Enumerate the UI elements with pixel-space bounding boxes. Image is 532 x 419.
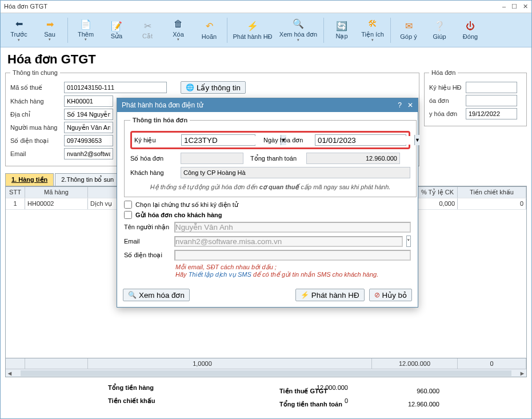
recv-label: Tên người nhận: [124, 224, 171, 231]
cut-icon: ✂: [142, 20, 153, 31]
modal-sym-label: Ký hiệu: [134, 137, 178, 144]
customer-input[interactable]: [64, 95, 113, 107]
modal-date-label: Ngày hóa đơn: [263, 137, 311, 144]
checkbox-reselect-cert[interactable]: [124, 201, 132, 209]
tax-input[interactable]: [64, 82, 167, 93]
address-label: Địa chỉ: [10, 111, 62, 118]
phone-input[interactable]: [64, 135, 113, 146]
doc-plus-icon: 📄: [80, 18, 91, 30]
arrow-right-icon: ➡: [44, 18, 55, 30]
view-invoice-button[interactable]: 🔍Xem hóa đơn▾: [276, 15, 321, 45]
tab-goods[interactable]: 1. Hàng tiền: [5, 173, 54, 186]
inv-date-label: y hóa đơn: [429, 110, 463, 118]
close-window-icon[interactable]: ✕: [523, 3, 528, 10]
note-sms: Hãy Thiết lập dịch vụ SMS để có thể gửi …: [175, 271, 411, 278]
scroll-left-icon[interactable]: ◄: [6, 370, 14, 377]
close-button[interactable]: ⏻Đóng: [455, 15, 485, 45]
modal-phone-label: Số điện thoại: [124, 252, 171, 259]
col-disc[interactable]: Tiền chiết khấu: [458, 187, 526, 198]
reload-button[interactable]: 🔄Nạp: [327, 15, 357, 45]
help-button[interactable]: ❔Giúp: [425, 15, 454, 45]
modal-cust-value: Công ty CP Hoàng Hà: [181, 167, 410, 178]
inv-no-input[interactable]: [466, 95, 517, 106]
undo-icon: ↶: [203, 21, 215, 32]
undo-button[interactable]: ↶Hoãn: [194, 15, 224, 45]
doc-search-icon: 🔍: [128, 291, 137, 299]
mail-icon: ✉: [403, 21, 414, 32]
cancel-icon: ⊘: [374, 291, 380, 299]
scroll-right-icon[interactable]: ►: [518, 370, 526, 377]
modal-cancel-button[interactable]: ⊘Hủy bỏ: [369, 289, 412, 301]
tab-extra[interactable]: 2.Thông tin bổ sun: [55, 173, 120, 186]
doc-edit-icon: 📝: [111, 20, 122, 31]
chevron-down-icon[interactable]: ▼: [414, 135, 420, 145]
modal-email-input[interactable]: [174, 236, 403, 247]
next-button[interactable]: ➡Sau▾: [35, 15, 65, 45]
general-legend: Thông tin chung: [10, 69, 60, 76]
highlighted-row: Ký hiệu ▼ Ngày hóa đơn ▼: [130, 131, 410, 149]
utility-button[interactable]: 🛠Tiện ích▾: [358, 15, 387, 45]
buyer-input[interactable]: [64, 122, 113, 133]
col-code[interactable]: Mã hàng: [25, 187, 88, 198]
footer-qty: 1,0000: [88, 358, 372, 369]
prev-button[interactable]: ⬅Trước▾: [4, 15, 34, 45]
minimize-icon[interactable]: –: [502, 3, 506, 10]
modal-hint: Hệ thống sẽ tự động gửi hóa đơn đến cơ q…: [130, 181, 410, 192]
modal-issue-button[interactable]: ⚡Phát hành HĐ: [295, 289, 365, 301]
modal-view-button[interactable]: 🔍Xem hóa đơn: [123, 289, 190, 301]
modal-legend: Thông tin hóa đơn: [130, 117, 190, 124]
email-input[interactable]: [64, 148, 113, 159]
arrow-left-icon: ⬅: [13, 18, 25, 30]
inv-sym-label: Ký hiệu HĐ: [429, 84, 463, 91]
inv-sym-input[interactable]: [466, 82, 517, 93]
modal-date-combo[interactable]: ▼: [315, 134, 406, 146]
dialog-close-icon[interactable]: ✕: [407, 101, 413, 109]
chk2-label: Gửi hóa đơn cho khách hàng: [135, 212, 222, 219]
titlebar: Hóa đơn GTGT – ☐ ✕: [1, 1, 531, 13]
tools-icon: 🛠: [367, 18, 378, 30]
sms-setup-link[interactable]: Thiết lập dịch vụ SMS: [189, 271, 251, 278]
lookup-button[interactable]: 🌐Lấy thông tin: [181, 81, 246, 94]
recv-input[interactable]: [174, 222, 411, 233]
lightning-icon: ⚡: [247, 21, 258, 32]
tax-label: Mã số thuế: [10, 84, 62, 91]
note-separator: Mỗi email, SĐT cách nhau bởi dấu ;: [175, 264, 411, 271]
issue-invoice-button[interactable]: ⚡Phát hành HĐ: [230, 15, 275, 45]
disc-total-label: Tiền chiết khấu: [108, 397, 279, 405]
delete-button[interactable]: 🗑Xóa▾: [163, 15, 193, 45]
customer-label: Khách hàng: [10, 98, 62, 105]
refresh-icon: 🔄: [336, 20, 347, 31]
col-rate[interactable]: % Tỷ lệ CK: [418, 187, 458, 198]
col-stt[interactable]: STT: [6, 187, 25, 198]
checkbox-send-customer[interactable]: [124, 211, 132, 219]
doc-del-icon: 🗑: [173, 18, 184, 30]
footer-amount: 12.000.000: [372, 358, 458, 369]
modal-no-label: Số hóa đơn: [130, 155, 177, 162]
lightning-icon: ⚡: [301, 291, 309, 299]
add-button[interactable]: 📄Thêm▾: [71, 15, 101, 45]
modal-cust-label: Khách hàng: [130, 169, 177, 176]
cut-button: ✂Cắt: [133, 15, 162, 45]
modal-no-value: [181, 153, 243, 164]
dialog-help-icon[interactable]: ?: [398, 101, 402, 109]
modal-phone-input[interactable]: [174, 250, 411, 261]
goods-total-label: Tổng tiền hàng: [108, 384, 279, 392]
doc-search-icon: 🔍: [293, 18, 304, 30]
modal-sum-value: 12.960.000: [306, 153, 400, 164]
modal-date-input[interactable]: [318, 136, 414, 145]
footer-disc: 0: [458, 358, 526, 369]
chevron-down-icon[interactable]: ˅: [406, 236, 411, 247]
page-title: Hóa đơn GTGT: [1, 47, 531, 69]
modal-sym-combo[interactable]: ▼: [181, 134, 255, 146]
edit-button[interactable]: 📝Sửa: [102, 15, 131, 45]
power-icon: ⏻: [465, 21, 476, 32]
grand-total-label: Tổng tiền thanh toán: [279, 401, 371, 408]
inv-date-input[interactable]: [466, 108, 517, 119]
chk1-label: Chọn lại chứng thư số khi ký điện tử: [135, 201, 238, 209]
h-scrollbar[interactable]: ◄ ►: [6, 369, 526, 377]
email-label: Email: [10, 150, 62, 157]
inv-no-label: óa đơn: [429, 97, 463, 105]
maximize-icon[interactable]: ☐: [511, 3, 517, 10]
address-input[interactable]: [64, 109, 113, 120]
feedback-button[interactable]: ✉Góp ý: [394, 15, 423, 45]
